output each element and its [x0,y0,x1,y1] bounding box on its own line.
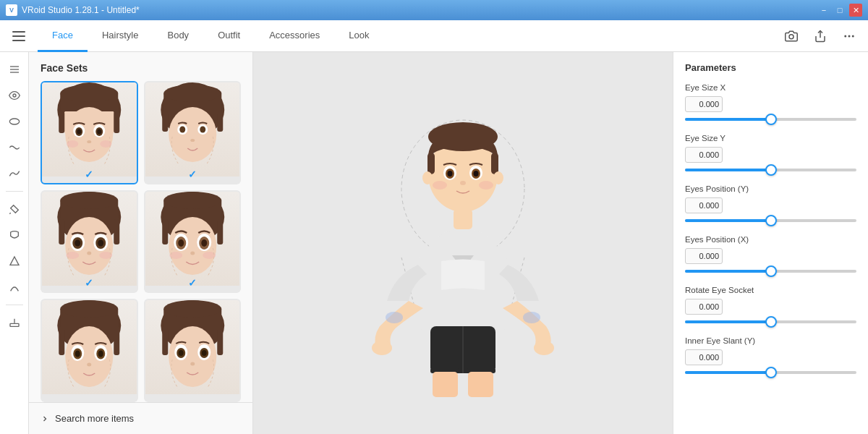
param-value-3[interactable] [685,248,723,264]
tab-accessories[interactable]: Accessories [255,20,334,52]
param-label-4: Rotate Eye Socket [685,286,856,294]
slider-thumb-4[interactable] [765,316,777,328]
svg-point-82 [87,363,91,367]
title-bar: V VRoid Studio 1.28.1 - Untitled* − □ ✕ [0,0,868,20]
svg-point-66 [201,239,207,247]
slider-5 [685,365,856,377]
face-set-image-3 [42,192,137,286]
param-row-5 [685,349,856,365]
slider-track-3[interactable] [685,270,856,273]
face-set-item-5[interactable] [41,299,138,402]
slider-track-5[interactable] [685,371,856,374]
face-checkmark-2: ✓ [188,169,197,180]
toolbar-wave-btn[interactable] [3,136,26,159]
slider-thumb-3[interactable] [765,265,777,277]
svg-rect-110 [468,372,493,397]
slider-fill-2 [685,219,771,222]
face-set-item-4[interactable]: ✓ [144,190,242,294]
svg-point-102 [534,341,554,355]
search-more-button[interactable]: Search more items [29,402,252,434]
toolbar-curve-btn[interactable] [3,162,26,185]
svg-rect-109 [433,372,458,397]
svg-point-94 [201,350,206,356]
svg-rect-44 [114,219,119,244]
param-group-eyes-pos-y: Eyes Position (Y) [685,184,856,225]
face-set-item-6[interactable] [144,299,242,402]
face-set-item-2[interactable]: ✓ [144,81,242,184]
toolbar-eye-btn[interactable] [3,84,26,107]
svg-point-67 [190,251,195,255]
toolbar-arc-btn[interactable] [3,276,26,299]
svg-point-16 [60,85,118,102]
toolbar-ellipse-btn[interactable] [3,110,26,133]
toolbar-bottom-btn[interactable] [3,311,26,334]
svg-rect-32 [162,111,168,132]
svg-rect-74 [114,328,119,355]
tab-look[interactable]: Look [334,20,383,52]
svg-point-4 [852,35,854,37]
slider-track-0[interactable] [685,118,856,121]
svg-point-25 [97,129,101,135]
tab-body[interactable]: Body [153,20,203,52]
param-value-2[interactable] [685,197,723,213]
slider-track-1[interactable] [685,169,856,171]
face-set-item-3[interactable]: ✓ [41,190,138,294]
svg-point-34 [169,107,216,162]
tab-outfit[interactable]: Outfit [203,20,255,52]
toolbar-face-btn[interactable] [3,224,26,247]
minimize-button[interactable]: − [817,4,830,17]
toolbar-triangle-btn[interactable] [3,250,26,273]
slider-thumb-2[interactable] [765,215,777,226]
svg-point-51 [98,239,103,246]
svg-point-101 [372,341,392,355]
svg-point-9 [9,119,19,124]
svg-point-31 [163,85,221,102]
svg-point-112 [428,122,498,151]
menu-button[interactable] [7,25,30,48]
svg-rect-86 [162,328,168,355]
svg-point-57 [163,192,221,209]
svg-rect-17 [59,111,64,133]
param-value-1[interactable] [685,147,723,163]
more-options-button[interactable] [838,25,861,48]
camera-button[interactable] [780,25,803,48]
toolbar-menu-btn[interactable] [3,58,26,81]
face-set-image-2 [145,82,240,176]
param-group-rotate-eye: Rotate Eye Socket [685,286,856,326]
param-label-3: Eyes Position (X) [685,235,856,244]
svg-point-48 [75,239,80,246]
svg-point-3 [848,35,851,37]
title-bar-controls: − □ ✕ [817,4,862,17]
close-button[interactable]: ✕ [849,4,862,17]
svg-point-103 [386,312,403,323]
nav-tabs: Face Hairstyle Body Outfit Accessories L… [38,20,780,52]
param-value-0[interactable] [685,96,723,112]
svg-point-19 [65,107,113,162]
nav-bar: Face Hairstyle Body Outfit Accessories L… [0,20,868,52]
main-layout: Face Sets [0,52,868,434]
maximize-button[interactable]: □ [833,4,846,17]
toolbar-eyedropper-btn[interactable] [3,197,26,221]
face-set-image-4 [145,192,240,286]
slider-track-4[interactable] [685,320,856,323]
svg-point-36 [179,127,185,133]
svg-point-2 [844,35,846,37]
svg-point-0 [789,34,793,38]
share-button[interactable] [809,25,832,48]
svg-point-91 [178,350,183,356]
tab-hairstyle[interactable]: Hairstyle [88,20,153,52]
slider-thumb-0[interactable] [765,114,777,125]
slider-thumb-5[interactable] [765,367,777,378]
param-value-5[interactable] [685,349,723,365]
svg-point-123 [493,171,503,184]
svg-point-28 [100,140,111,148]
slider-thumb-1[interactable] [765,164,777,176]
slider-track-2[interactable] [685,219,856,222]
param-value-4[interactable] [685,299,723,315]
face-set-item-1[interactable]: ✓ [41,81,138,184]
parameters-title: Parameters [685,62,856,73]
param-label-5: Inner Eye Slant (Y) [685,336,856,345]
param-group-eye-size-x: Eye Size X [685,83,856,124]
left-toolbar [0,52,29,434]
tab-face[interactable]: Face [38,20,88,52]
